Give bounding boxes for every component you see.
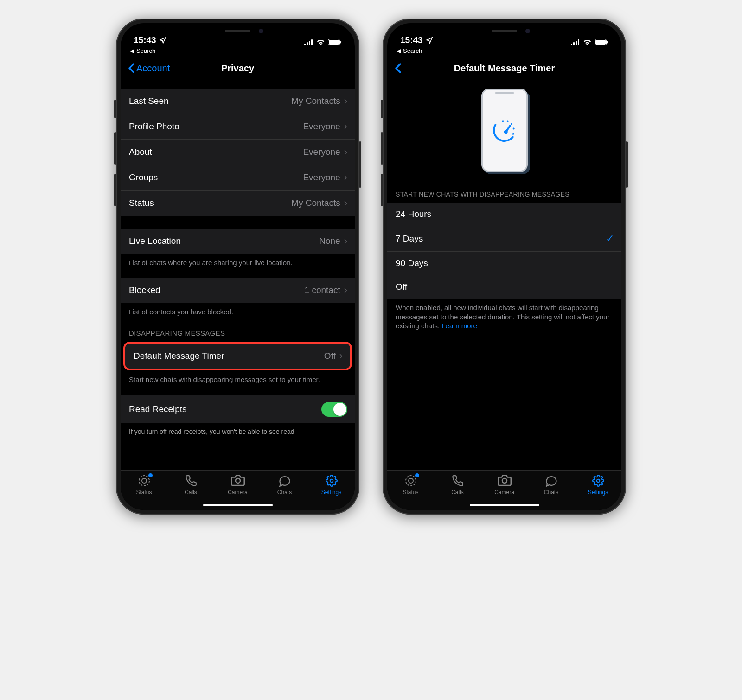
power-button [359, 141, 361, 188]
cell-label: Status [129, 198, 154, 208]
svg-point-24 [409, 478, 413, 483]
disappearing-header: DISAPPEARING MESSAGES [121, 329, 355, 342]
chevron-left-icon [395, 63, 401, 73]
default-timer-footer: Start new chats with disappearing messag… [121, 370, 355, 384]
svg-point-23 [406, 476, 416, 486]
chevron-right-icon: › [344, 172, 347, 184]
phone-icon [185, 475, 197, 487]
svg-point-22 [512, 133, 514, 135]
chevron-right-icon: › [344, 121, 347, 133]
phone-illustration-icon [481, 89, 528, 172]
volume-up-button [381, 132, 383, 165]
live-location-row[interactable]: Live Location None› [121, 229, 355, 254]
wifi-icon [316, 39, 325, 45]
volume-up-button [114, 132, 116, 165]
back-to-app[interactable]: ◀ Search [387, 47, 621, 57]
svg-rect-16 [595, 40, 606, 45]
profile-photo-row[interactable]: Profile Photo Everyone› [121, 114, 355, 140]
svg-point-8 [142, 478, 147, 483]
last-seen-row[interactable]: Last Seen My Contacts› [121, 89, 355, 114]
chat-icon [545, 475, 558, 487]
chevron-right-icon: › [344, 197, 347, 209]
cell-label: Blocked [129, 285, 160, 295]
svg-point-7 [139, 476, 149, 486]
svg-point-10 [330, 479, 333, 483]
home-indicator[interactable] [203, 504, 273, 506]
scroll-content[interactable]: Last Seen My Contacts› Profile Photo Eve… [121, 79, 355, 470]
status-badge-dot [148, 473, 153, 477]
scroll-content[interactable]: START NEW CHATS WITH DISAPPEARING MESSAG… [387, 79, 621, 470]
back-triangle-icon: ◀ [397, 47, 401, 54]
back-button[interactable]: Account [128, 63, 170, 74]
tab-settings[interactable]: Settings [575, 474, 621, 510]
power-button [626, 141, 628, 188]
camera-icon [231, 475, 245, 487]
timer-dots-icon [491, 117, 518, 144]
mute-switch [114, 100, 116, 118]
tab-status[interactable]: Status [387, 474, 434, 510]
svg-rect-1 [307, 42, 308, 45]
option-off[interactable]: Off [387, 275, 621, 299]
gear-icon [592, 475, 604, 487]
chevron-right-icon: › [344, 95, 347, 107]
svg-rect-11 [571, 44, 572, 45]
chevron-right-icon: › [344, 235, 347, 247]
read-receipts-row[interactable]: Read Receipts [121, 395, 355, 423]
default-timer-row[interactable]: Default Message Timer Off› [125, 344, 350, 369]
cell-label: About [129, 147, 152, 157]
svg-rect-12 [573, 42, 575, 45]
back-to-app[interactable]: ◀ Search [121, 47, 355, 57]
svg-point-9 [236, 478, 240, 483]
chevron-left-icon [128, 63, 134, 73]
status-row[interactable]: Status My Contacts› [121, 191, 355, 216]
location-arrow-icon [159, 37, 166, 44]
back-button[interactable] [395, 63, 401, 73]
groups-row[interactable]: Groups Everyone› [121, 165, 355, 191]
about-row[interactable]: About Everyone› [121, 140, 355, 165]
blocked-row[interactable]: Blocked 1 contact› [121, 278, 355, 303]
highlight-annotation: Default Message Timer Off› [123, 342, 352, 370]
volume-down-button [114, 174, 116, 206]
learn-more-link[interactable]: Learn more [441, 322, 477, 330]
phone-icon [452, 475, 464, 487]
options-header: START NEW CHATS WITH DISAPPEARING MESSAG… [387, 191, 621, 203]
svg-point-26 [596, 479, 600, 483]
svg-point-20 [506, 120, 509, 122]
tab-settings[interactable]: Settings [308, 474, 355, 510]
phone-right: 15:43 ◀ Search Default Message Timer [383, 19, 626, 515]
battery-icon [595, 39, 608, 45]
svg-rect-3 [311, 39, 313, 45]
read-receipts-footer-cutoff: If you turn off read receipts, you won't… [121, 423, 355, 435]
svg-point-21 [502, 120, 504, 122]
timer-icon [491, 117, 518, 144]
chevron-right-icon: › [344, 284, 347, 296]
mute-switch [381, 100, 383, 118]
status-badge-dot [415, 473, 419, 477]
svg-point-19 [510, 123, 512, 125]
svg-rect-13 [576, 41, 577, 45]
page-title: Default Message Timer [454, 63, 555, 74]
option-label: 7 Days [396, 234, 423, 244]
option-24-hours[interactable]: 24 Hours [387, 203, 621, 226]
camera-icon [498, 475, 512, 487]
cellular-icon [304, 39, 313, 45]
tab-status[interactable]: Status [121, 474, 167, 510]
blocked-footer: List of contacts you have blocked. [121, 303, 355, 317]
svg-rect-2 [309, 41, 310, 45]
hero-illustration [387, 79, 621, 191]
cell-label: Read Receipts [129, 404, 187, 414]
cell-label: Default Message Timer [134, 351, 224, 361]
cell-label: Last Seen [129, 96, 169, 106]
checkmark-icon: ✓ [606, 233, 614, 245]
svg-rect-5 [329, 40, 339, 45]
nav-bar: Default Message Timer [387, 57, 621, 79]
option-label: Off [396, 282, 407, 292]
phone-left: 15:43 ◀ Search Account Privacy [116, 19, 359, 515]
option-90-days[interactable]: 90 Days [387, 252, 621, 275]
status-time: 15:43 [134, 35, 156, 45]
home-indicator[interactable] [470, 504, 539, 506]
chat-icon [278, 475, 291, 487]
option-7-days[interactable]: 7 Days ✓ [387, 226, 621, 252]
read-receipts-toggle[interactable] [321, 402, 347, 417]
cell-label: Live Location [129, 236, 181, 246]
